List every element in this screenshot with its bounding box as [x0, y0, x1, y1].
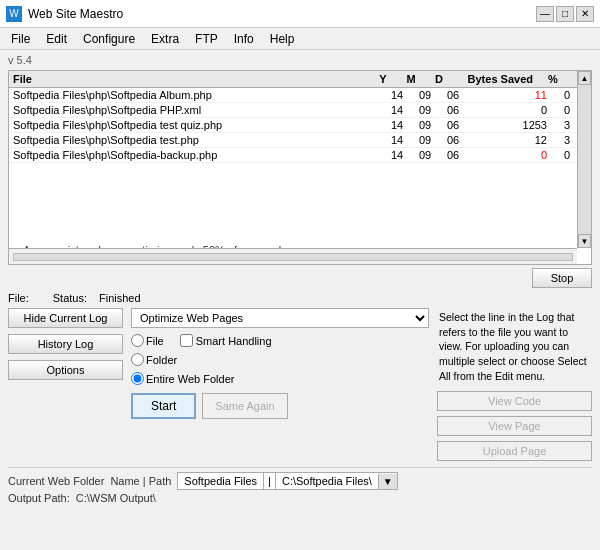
- close-button[interactable]: ✕: [576, 6, 594, 22]
- radio-folder-row: Folder: [131, 353, 429, 366]
- radio-file-label: File: [146, 335, 164, 347]
- name-path-label: Name | Path: [110, 475, 171, 487]
- cell-y: 14: [383, 134, 411, 146]
- menu-ftp[interactable]: FTP: [188, 30, 225, 48]
- col-percent-header: %: [533, 73, 573, 85]
- table-row[interactable]: Softpedia Files\php\Softpedia test quiz.…: [9, 118, 591, 133]
- cell-file: Softpedia Files\php\Softpedia PHP.xml: [13, 104, 383, 116]
- cell-d: 06: [439, 134, 467, 146]
- table-row[interactable]: Softpedia Files\php\Softpedia PHP.xml 14…: [9, 103, 591, 118]
- menu-extra[interactable]: Extra: [144, 30, 186, 48]
- start-button[interactable]: Start: [131, 393, 196, 419]
- col-y-header: Y: [369, 73, 397, 85]
- app-icon: W: [6, 6, 22, 22]
- title-bar: W Web Site Maestro — □ ✕: [0, 0, 600, 28]
- file-status-row: File: Status: Finished: [8, 292, 592, 304]
- cell-file: Softpedia Files\php\Softpedia-backup.php: [13, 149, 383, 161]
- cell-d: 06: [439, 89, 467, 101]
- col-bytes-header: Bytes Saved: [453, 73, 533, 85]
- menu-edit[interactable]: Edit: [39, 30, 74, 48]
- action-dropdown[interactable]: Optimize Web Pages Validate HTML Check L…: [131, 308, 429, 328]
- cell-d: 06: [439, 119, 467, 131]
- smart-handling-label: Smart Handling: [196, 335, 272, 347]
- cell-file: Softpedia Files\php\Softpedia test.php: [13, 134, 383, 146]
- menu-bar: File Edit Configure Extra FTP Info Help: [0, 28, 600, 50]
- log-header: File Y M D Bytes Saved %: [9, 71, 591, 88]
- cell-d: 06: [439, 104, 467, 116]
- cell-m: 09: [411, 119, 439, 131]
- log-vscroll[interactable]: ▲ ▼: [577, 71, 591, 248]
- cell-y: 14: [383, 89, 411, 101]
- vscroll-down-button[interactable]: ▼: [578, 234, 591, 248]
- cell-m: 09: [411, 134, 439, 146]
- stop-btn-area: Stop: [8, 268, 592, 288]
- smart-handling-checkbox[interactable]: [180, 334, 193, 347]
- maximize-button[interactable]: □: [556, 6, 574, 22]
- table-row[interactable]: Softpedia Files\php\Softpedia-backup.php…: [9, 148, 591, 163]
- log-body[interactable]: Softpedia Files\php\Softpedia Album.php …: [9, 88, 591, 241]
- same-again-button[interactable]: Same Again: [202, 393, 287, 419]
- folder-select[interactable]: Softpedia Files | C:\Softpedia Files\ ▼: [177, 472, 397, 490]
- window-controls: — □ ✕: [536, 6, 594, 22]
- vscroll-track[interactable]: [578, 85, 591, 234]
- current-web-folder-label: Current Web Folder: [8, 475, 104, 487]
- right-panel: Select the line in the Log that refers t…: [437, 308, 592, 461]
- bottom-bar: Current Web Folder Name | Path Softpedia…: [8, 467, 592, 504]
- right-buttons: View Code View Page Upload Page: [437, 391, 592, 461]
- cell-y: 14: [383, 149, 411, 161]
- menu-info[interactable]: Info: [227, 30, 261, 48]
- upload-page-button[interactable]: Upload Page: [437, 441, 592, 461]
- radio-folder[interactable]: [131, 353, 144, 366]
- folder-path: C:\Softpedia Files\: [276, 473, 378, 489]
- radio-entire-row: Entire Web Folder: [131, 372, 429, 385]
- cell-bytes: 12: [467, 134, 547, 146]
- options-button[interactable]: Options: [8, 360, 123, 380]
- menu-file[interactable]: File: [4, 30, 37, 48]
- cell-bytes: 0: [467, 149, 547, 161]
- radio-file-row: File: [131, 334, 164, 347]
- col-m-header: M: [397, 73, 425, 85]
- table-row[interactable]: Softpedia Files\php\Softpedia test.php 1…: [9, 133, 591, 148]
- log-container: File Y M D Bytes Saved % Softpedia Files…: [8, 70, 592, 265]
- vscroll-up-button[interactable]: ▲: [578, 71, 591, 85]
- history-log-button[interactable]: History Log: [8, 334, 123, 354]
- dropdown-row: Optimize Web Pages Validate HTML Check L…: [131, 308, 429, 328]
- cell-m: 09: [411, 149, 439, 161]
- file-label: File:: [8, 292, 29, 304]
- cell-d: 06: [439, 149, 467, 161]
- menu-help[interactable]: Help: [263, 30, 302, 48]
- radio-entire-web-folder[interactable]: [131, 372, 144, 385]
- stop-button[interactable]: Stop: [532, 268, 592, 288]
- view-code-button[interactable]: View Code: [437, 391, 592, 411]
- cell-bytes: 11: [467, 89, 547, 101]
- version-bar: v 5.4: [0, 50, 600, 70]
- cell-y: 14: [383, 104, 411, 116]
- status-value: Finished: [99, 292, 141, 304]
- menu-configure[interactable]: Configure: [76, 30, 142, 48]
- status-label: Status:: [53, 292, 87, 304]
- info-text: Select the line in the Log that refers t…: [437, 308, 592, 385]
- col-file-header: File: [13, 73, 369, 85]
- radio-file[interactable]: [131, 334, 144, 347]
- cell-y: 14: [383, 119, 411, 131]
- folder-dropdown-button[interactable]: ▼: [378, 474, 397, 489]
- cell-m: 09: [411, 89, 439, 101]
- view-page-button[interactable]: View Page: [437, 416, 592, 436]
- radio-entire-label: Entire Web Folder: [146, 373, 234, 385]
- controls-area: Hide Current Log History Log Options Opt…: [8, 308, 592, 461]
- cell-bytes: 0: [467, 104, 547, 116]
- col-d-header: D: [425, 73, 453, 85]
- minimize-button[interactable]: —: [536, 6, 554, 22]
- app-title: Web Site Maestro: [28, 7, 123, 21]
- hscroll-track[interactable]: [13, 253, 573, 261]
- cell-file: Softpedia Files\php\Softpedia test quiz.…: [13, 119, 383, 131]
- current-web-folder-row: Current Web Folder Name | Path Softpedia…: [8, 472, 592, 490]
- smart-handling-row: Smart Handling: [180, 334, 272, 347]
- cell-file: Softpedia Files\php\Softpedia Album.php: [13, 89, 383, 101]
- radio-folder-label: Folder: [146, 354, 177, 366]
- center-controls: Optimize Web Pages Validate HTML Check L…: [131, 308, 429, 461]
- output-path-row: Output Path: C:\WSM Output\: [8, 492, 592, 504]
- hide-log-button[interactable]: Hide Current Log: [8, 308, 123, 328]
- log-hscroll[interactable]: [9, 248, 577, 264]
- table-row[interactable]: Softpedia Files\php\Softpedia Album.php …: [9, 88, 591, 103]
